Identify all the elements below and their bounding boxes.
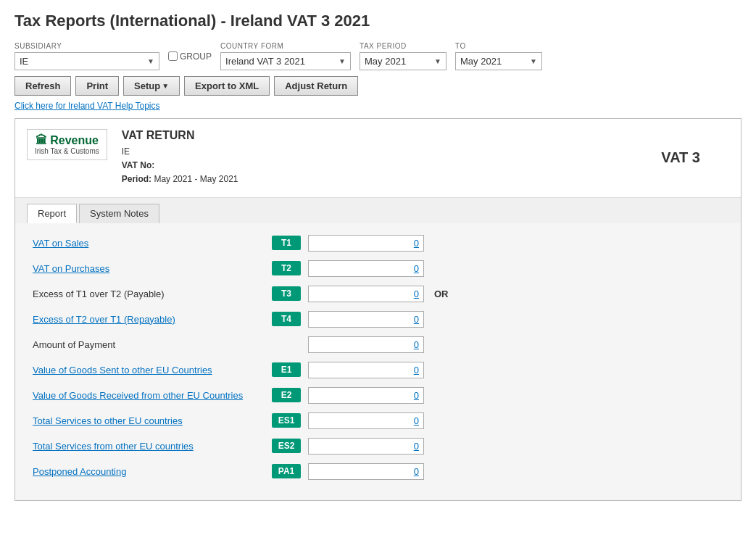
to-group: TO May 2021 ▼ [455, 42, 542, 70]
subsidiary-group: SUBSIDIARY IE ▼ [14, 42, 159, 70]
setup-button[interactable]: Setup ▼ [123, 76, 180, 96]
tag-e1: E1 [272, 362, 301, 377]
tag-e2: E2 [272, 388, 301, 402]
country-form-group: COUNTRY FORM Ireland VAT 3 2021 ▼ [220, 42, 351, 70]
label-vat-on-purchases[interactable]: VAT on Purchases [33, 263, 265, 274]
tabs-bar: Report System Notes [15, 198, 741, 223]
row-amount-payment: Amount of Payment [33, 336, 723, 353]
value-es1[interactable] [308, 412, 424, 429]
value-t4[interactable] [308, 311, 424, 328]
value-amount-payment[interactable] [308, 336, 424, 353]
label-vat-on-sales[interactable]: VAT on Sales [33, 238, 265, 249]
subsidiary-arrow-icon: ▼ [147, 57, 154, 65]
vat-no-line: VAT No: [122, 159, 647, 173]
revenue-text: Revenue [50, 134, 99, 146]
period-value: May 2021 - May 2021 [154, 174, 238, 184]
help-link[interactable]: Click here for Ireland VAT Help Topics [14, 101, 160, 111]
vat-meta: IE VAT No: Period: May 2021 - May 2021 [122, 145, 647, 187]
logo-revenue: 🏛 Revenue [35, 134, 99, 147]
tag-t1: T1 [272, 236, 301, 250]
tag-es2: ES2 [272, 439, 301, 453]
value-pa1[interactable] [308, 463, 424, 480]
row-postponed: Postponed Accounting PA1 [33, 463, 723, 480]
subsidiary-value: IE [20, 56, 28, 67]
value-t2[interactable] [308, 260, 424, 277]
value-e2[interactable] [308, 387, 424, 404]
value-t1[interactable] [308, 235, 424, 252]
group-label: GROUP [180, 51, 212, 62]
period-line: Period: May 2021 - May 2021 [122, 173, 647, 186]
report-body: VAT on Sales T1 VAT on Purchases T2 Exce… [15, 223, 741, 500]
vat3-label: VAT 3 [661, 149, 729, 166]
tab-report[interactable]: Report [27, 204, 77, 223]
label-services-to[interactable]: Total Services to other EU countries [33, 415, 265, 426]
export-xml-button[interactable]: Export to XML [184, 76, 270, 96]
to-label: TO [455, 42, 542, 50]
report-header: 🏛 Revenue Irish Tax & Customs VAT RETURN… [15, 119, 741, 198]
row-vat-on-sales: VAT on Sales T1 [33, 235, 723, 252]
logo-icon: 🏛 [36, 134, 47, 146]
vat-return-title: VAT RETURN [122, 129, 647, 142]
label-excess-t2-t1[interactable]: Excess of T2 over T1 (Repayable) [33, 314, 265, 325]
tag-t2: T2 [272, 261, 301, 275]
row-goods-received: Value of Goods Received from other EU Co… [33, 387, 723, 404]
tax-period-value: May 2021 [365, 56, 406, 67]
logo-subtitle: Irish Tax & Customs [35, 147, 99, 155]
adjust-return-button[interactable]: Adjust Return [274, 76, 358, 96]
to-arrow-icon: ▼ [530, 57, 537, 65]
subsidiary-dropdown[interactable]: IE ▼ [14, 52, 159, 70]
or-label: OR [434, 289, 449, 299]
row-services-from: Total Services from other EU countries E… [33, 438, 723, 455]
subsidiary-label: SUBSIDIARY [14, 42, 159, 50]
period-label: Period: [122, 174, 151, 184]
row-services-to: Total Services to other EU countries ES1 [33, 412, 723, 429]
label-excess-t1-t2: Excess of T1 over T2 (Payable) [33, 289, 265, 299]
to-dropdown[interactable]: May 2021 ▼ [455, 52, 542, 70]
to-value: May 2021 [460, 56, 502, 67]
tag-t3: T3 [272, 286, 301, 301]
page-title: Tax Reports (International) - Ireland VA… [14, 12, 742, 30]
tag-es1: ES1 [272, 413, 301, 428]
tax-period-group: TAX PERIOD May 2021 ▼ [360, 42, 446, 70]
print-button[interactable]: Print [75, 76, 119, 96]
group-checkbox-wrap: GROUP [168, 51, 212, 62]
page-container: Tax Reports (International) - Ireland VA… [0, 0, 756, 513]
refresh-button[interactable]: Refresh [14, 76, 71, 96]
tag-pa1: PA1 [272, 464, 301, 478]
tag-t4: T4 [272, 312, 301, 326]
country-form-dropdown[interactable]: Ireland VAT 3 2021 ▼ [220, 52, 351, 70]
label-postponed[interactable]: Postponed Accounting [33, 466, 265, 477]
vat-info: VAT RETURN IE VAT No: Period: May 2021 -… [122, 129, 647, 187]
row-excess-t1-t2: Excess of T1 over T2 (Payable) T3 OR [33, 286, 723, 302]
country-form-label: COUNTRY FORM [220, 42, 351, 50]
tab-system-notes[interactable]: System Notes [79, 204, 159, 223]
ie-label: IE [122, 145, 647, 159]
label-amount-payment: Amount of Payment [33, 339, 265, 350]
row-excess-t2-t1: Excess of T2 over T1 (Repayable) T4 [33, 311, 723, 328]
buttons-row: Refresh Print Setup ▼ Export to XML Adju… [14, 76, 742, 96]
setup-label: Setup [134, 80, 160, 91]
logo-box: 🏛 Revenue Irish Tax & Customs [27, 129, 107, 160]
value-t3[interactable] [308, 286, 424, 302]
row-vat-on-purchases: VAT on Purchases T2 [33, 260, 723, 277]
report-container: 🏛 Revenue Irish Tax & Customs VAT RETURN… [14, 118, 742, 501]
tax-period-label: TAX PERIOD [360, 42, 446, 50]
value-e1[interactable] [308, 362, 424, 378]
country-form-arrow-icon: ▼ [338, 57, 346, 65]
group-checkbox[interactable] [168, 51, 178, 61]
tax-period-dropdown[interactable]: May 2021 ▼ [360, 52, 446, 70]
label-goods-received[interactable]: Value of Goods Received from other EU Co… [33, 390, 265, 401]
label-goods-sent[interactable]: Value of Goods Sent to other EU Countrie… [33, 365, 265, 375]
country-form-value: Ireland VAT 3 2021 [225, 56, 305, 67]
filters-row: SUBSIDIARY IE ▼ GROUP COUNTRY FORM Irela… [14, 42, 742, 70]
row-goods-sent: Value of Goods Sent to other EU Countrie… [33, 362, 723, 378]
setup-arrow-icon: ▼ [162, 82, 169, 90]
vat-no-label: VAT No: [122, 160, 155, 170]
label-services-from[interactable]: Total Services from other EU countries [33, 441, 265, 452]
tax-period-arrow-icon: ▼ [434, 57, 441, 65]
value-es2[interactable] [308, 438, 424, 455]
